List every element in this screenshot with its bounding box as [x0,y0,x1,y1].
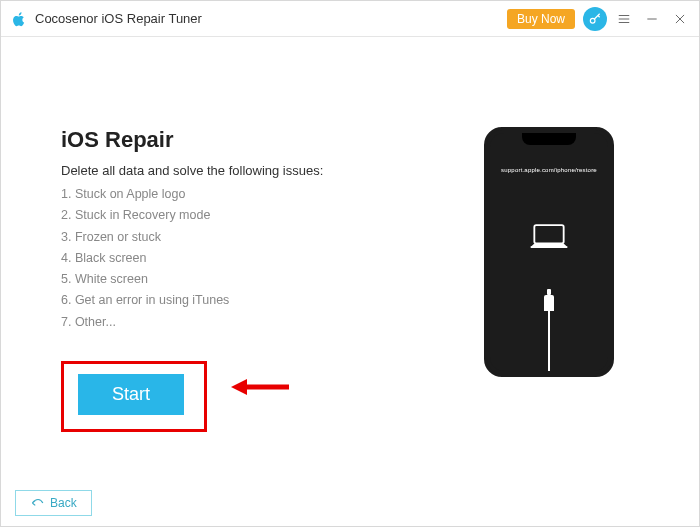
right-column: support.apple.com/iphone/restore [459,127,639,470]
laptop-icon [527,221,571,257]
svg-marker-10 [231,379,247,395]
back-button[interactable]: Back [15,490,92,516]
back-label: Back [50,496,77,510]
issues-list: 1. Stuck on Apple logo 2. Stuck in Recov… [61,184,459,333]
app-title: Cocosenor iOS Repair Tuner [35,11,202,26]
close-icon[interactable] [669,8,691,30]
phone-illustration: support.apple.com/iphone/restore [484,127,614,377]
page-subheading: Delete all data and solve the following … [61,163,459,178]
cable-icon [544,295,554,371]
back-arrow-icon [30,497,44,509]
svg-rect-7 [534,225,563,243]
footer: Back [15,490,92,516]
app-window: Cocosenor iOS Repair Tuner Buy Now iOS R… [0,0,700,527]
arrow-annotation-icon [231,377,291,397]
key-icon-button[interactable] [583,7,607,31]
minimize-icon[interactable] [641,8,663,30]
titlebar: Cocosenor iOS Repair Tuner Buy Now [1,1,699,37]
list-item: 3. Frozen or stuck [61,227,459,248]
list-item: 1. Stuck on Apple logo [61,184,459,205]
start-highlight-box: Start [61,361,207,432]
list-item: 2. Stuck in Recovery mode [61,205,459,226]
menu-icon[interactable] [613,8,635,30]
phone-restore-text: support.apple.com/iphone/restore [501,167,597,173]
phone-screen: support.apple.com/iphone/restore [490,133,608,371]
cable-line [548,311,550,371]
app-logo-icon [9,9,29,29]
list-item: 4. Black screen [61,248,459,269]
list-item: 5. White screen [61,269,459,290]
left-column: iOS Repair Delete all data and solve the… [61,127,459,470]
list-item: 6. Get an error in using iTunes [61,290,459,311]
buy-now-button[interactable]: Buy Now [507,9,575,29]
page-heading: iOS Repair [61,127,459,153]
start-button[interactable]: Start [78,374,184,415]
phone-notch [522,133,576,145]
main-content: iOS Repair Delete all data and solve the… [1,37,699,470]
list-item: 7. Other... [61,312,459,333]
cable-plug [544,295,554,311]
svg-point-0 [590,18,595,23]
